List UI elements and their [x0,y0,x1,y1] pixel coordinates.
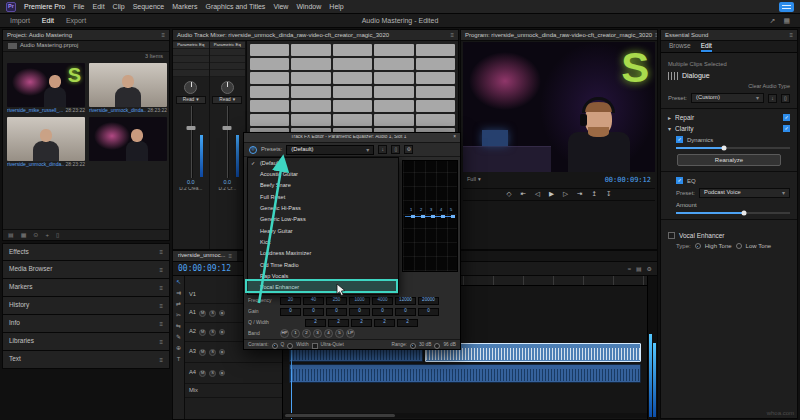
tool-hand-icon[interactable]: ⊕ [176,345,181,351]
q-value[interactable]: 2 [397,319,418,327]
preset-option[interactable]: ✓(Default) [248,158,398,169]
panel-tab-text[interactable]: Text≡ [2,351,170,369]
insert-effect-slot[interactable] [210,56,246,63]
panel-menu-icon[interactable]: ≡ [655,32,657,38]
frequency-value[interactable]: 4000 [372,297,393,305]
insert-slot[interactable] [291,72,330,84]
menu-edit[interactable]: Edit [93,3,105,10]
menu-window[interactable]: Window [296,3,321,10]
eq-band-point[interactable] [441,215,445,219]
band-4-button[interactable]: 4 [324,329,333,338]
clip-name[interactable]: riverside_unmock_dinda... [89,108,146,113]
solo-button[interactable]: S [209,310,216,317]
trash-icon[interactable]: ▯ [56,232,59,238]
save-preset-icon[interactable]: ↓ [378,145,387,154]
panel-menu-icon[interactable]: ≡ [159,339,163,345]
mute-button[interactable]: M [199,349,206,356]
close-icon[interactable]: × [453,135,456,140]
insert-slot[interactable] [416,44,455,56]
menu-graphics-and-titles[interactable]: Graphics and Titles [205,3,265,10]
eq-band-point[interactable] [451,215,455,219]
panel-menu-icon[interactable]: ≡ [159,321,163,327]
frequency-value[interactable]: 1000 [349,297,370,305]
mute-button[interactable]: M [199,370,206,377]
tool-type-icon[interactable]: T [177,356,181,362]
insert-slot[interactable] [250,100,289,112]
program-timecode[interactable]: 00:00:09:12 [605,177,651,184]
insert-effect-slot[interactable] [173,56,209,63]
insert-slot[interactable] [374,58,413,70]
frequency-value[interactable]: 20 [280,297,301,305]
voiceover-record-icon[interactable]: ◉ [219,370,225,376]
range-30-radio[interactable] [410,343,416,349]
gain-value[interactable]: 0 [418,308,439,316]
insert-effect-slot[interactable] [173,49,209,56]
insert-slot[interactable] [416,100,455,112]
icon-view-icon[interactable]: ▦ [21,232,27,238]
insert-slot[interactable] [333,114,372,126]
q-value[interactable]: 2 [374,319,395,327]
gain-value[interactable]: 0 [349,308,370,316]
clip-thumbnail[interactable] [7,117,85,161]
project-clip-card[interactable]: riverside_unmock_dinda... 28:23:22 [7,117,85,167]
insert-slot[interactable] [416,72,455,84]
chevron-right-icon[interactable]: ▸ [668,115,671,121]
preset-option[interactable]: Beefy Snare [248,181,398,192]
repair-section[interactable]: ▸ Repair ✓ [668,114,790,121]
effect-power-icon[interactable]: ◎ [249,146,257,154]
mixer-panel-tab[interactable]: Audio Track Mixer: riverside_unmock_dind… [173,30,458,41]
tab-browse[interactable]: Browse [669,43,691,50]
essential-sound-tab[interactable]: Essential Sound ≡ [661,30,797,41]
band-2-button[interactable]: 2 [302,329,311,338]
ultra-quiet-checkbox[interactable] [312,343,318,349]
tool-razor-icon[interactable]: ✂ [176,312,181,318]
gain-value[interactable]: 0 [395,308,416,316]
timeline-display-icon[interactable]: ▤ [636,266,642,272]
frequency-value[interactable]: 250 [326,297,347,305]
eq-graph[interactable]: 1 2 3 4 5 [402,160,458,272]
panel-tab-info[interactable]: Info≡ [2,315,170,333]
insert-slot[interactable] [333,86,372,98]
insert-slot[interactable] [374,114,413,126]
insert-slot[interactable] [333,100,372,112]
program-video[interactable]: S [463,42,655,172]
preset-option[interactable]: Heavy Guitar [248,226,398,237]
band-lp-button[interactable]: LP [346,329,355,338]
insert-effect-slot[interactable] [210,63,246,70]
dynamics-slider[interactable] [676,147,790,149]
insert-slot[interactable] [374,44,413,56]
vocal-enhancer-row[interactable]: Vocal Enhancer [668,232,790,239]
preset-option[interactable]: Loudness Maximizer [248,248,398,259]
insert-slot[interactable] [250,58,289,70]
panel-menu-icon[interactable]: ≡ [159,357,163,363]
insert-slot[interactable] [374,72,413,84]
panel-menu-icon[interactable]: ≡ [161,32,165,38]
panel-tab-libraries[interactable]: Libraries≡ [2,333,170,351]
menu-markers[interactable]: Markers [172,3,197,10]
vocal-enhancer-checkbox[interactable] [668,232,675,239]
eq-band-point[interactable] [431,215,435,219]
voiceover-record-icon[interactable]: ◉ [219,329,225,335]
insert-slot[interactable] [250,44,289,56]
insert-slot[interactable] [291,100,330,112]
frequency-value[interactable]: 20000 [418,297,439,305]
q-value[interactable]: 2 [328,319,349,327]
lift-icon[interactable]: ↥ [592,191,597,198]
volume-value[interactable]: 0.0 [173,180,209,186]
tool-track-select-icon[interactable]: ⇉ [176,290,181,296]
mute-button[interactable]: M [199,329,206,336]
frequency-value[interactable]: 40 [303,297,324,305]
project-clip-card[interactable] [89,117,167,167]
save-preset-icon[interactable]: ↓ [768,94,777,103]
project-panel-tab[interactable]: Project: Audio Mastering ≡ [3,30,169,41]
audio-type-row[interactable]: Dialogue [668,72,790,80]
insert-slot[interactable] [291,58,330,70]
delete-preset-icon[interactable]: ▯ [781,94,790,103]
frequency-value[interactable]: 12000 [395,297,416,305]
band-5-button[interactable]: 5 [335,329,344,338]
panel-menu-icon[interactable]: ≡ [159,303,163,309]
mute-button[interactable]: M [199,310,206,317]
tab-import[interactable]: Import [10,17,30,24]
panel-menu-icon[interactable]: ≡ [159,285,163,291]
low-tone-radio[interactable] [736,243,742,249]
